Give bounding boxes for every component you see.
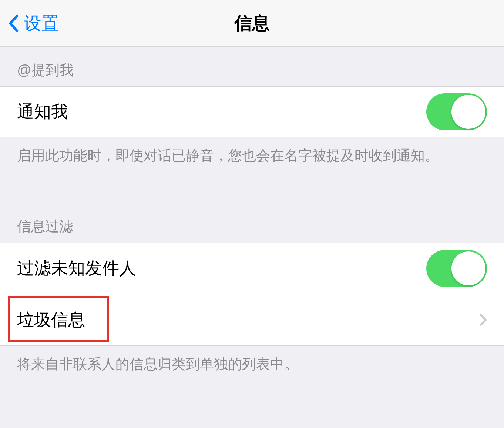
notify-me-label: 通知我 — [17, 100, 68, 123]
filter-unknown-toggle[interactable] — [426, 250, 487, 287]
section-header-mentions: @提到我 — [0, 47, 504, 86]
section-header-filtering: 信息过滤 — [0, 203, 504, 243]
notify-me-toggle[interactable] — [426, 93, 487, 130]
navbar: 设置 信息 — [0, 0, 504, 47]
filter-unknown-row: 过滤未知发件人 — [0, 243, 504, 294]
notify-me-row: 通知我 — [0, 86, 504, 137]
chevron-left-icon — [8, 14, 19, 32]
junk-messages-label: 垃圾信息 — [17, 308, 85, 331]
filtering-group: 过滤未知发件人 垃圾信息 — [0, 243, 504, 346]
chevron-right-icon — [480, 313, 487, 327]
junk-messages-row[interactable]: 垃圾信息 — [0, 294, 504, 345]
filter-unknown-label: 过滤未知发件人 — [17, 257, 136, 280]
section-footer-filtering: 将来自非联系人的信息归类到单独的列表中。 — [0, 346, 504, 389]
back-label: 设置 — [24, 11, 59, 35]
page-title: 信息 — [234, 11, 270, 35]
section-footer-mentions: 启用此功能时，即使对话已静音，您也会在名字被提及时收到通知。 — [0, 137, 504, 181]
toggle-knob — [451, 95, 485, 129]
back-button[interactable]: 设置 — [0, 11, 59, 35]
toggle-knob — [451, 251, 485, 285]
